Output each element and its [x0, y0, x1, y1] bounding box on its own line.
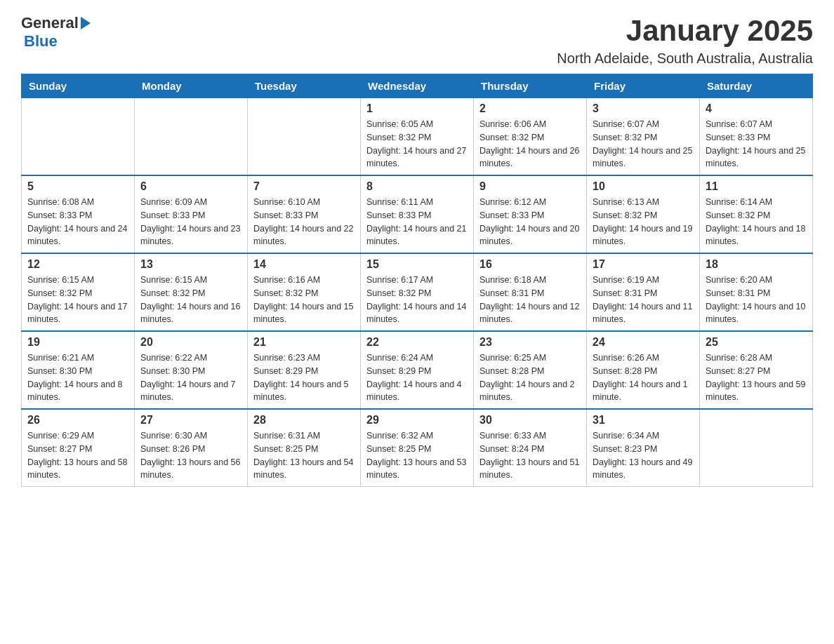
day-number: 18: [706, 258, 807, 271]
logo-triangle-icon: [81, 17, 91, 29]
day-number: 28: [253, 414, 355, 427]
calendar-day-cell: 8Sunrise: 6:11 AMSunset: 8:33 PMDaylight…: [361, 175, 474, 253]
calendar-day-cell: 18Sunrise: 6:20 AMSunset: 8:31 PMDayligh…: [700, 253, 813, 331]
calendar-day-cell: 22Sunrise: 6:24 AMSunset: 8:29 PMDayligh…: [361, 331, 474, 409]
day-number: 29: [366, 414, 468, 427]
day-number: 12: [27, 258, 128, 271]
calendar-week-row: 12Sunrise: 6:15 AMSunset: 8:32 PMDayligh…: [22, 253, 813, 331]
day-number: 16: [479, 258, 581, 271]
calendar-day-cell: 17Sunrise: 6:19 AMSunset: 8:31 PMDayligh…: [587, 253, 700, 331]
calendar-day-cell: 1Sunrise: 6:05 AMSunset: 8:32 PMDaylight…: [361, 98, 474, 176]
calendar-day-cell: [135, 98, 248, 176]
calendar-day-cell: 21Sunrise: 6:23 AMSunset: 8:29 PMDayligh…: [248, 331, 361, 409]
calendar-day-cell: 27Sunrise: 6:30 AMSunset: 8:26 PMDayligh…: [135, 409, 248, 487]
day-info: Sunrise: 6:13 AMSunset: 8:32 PMDaylight:…: [593, 196, 694, 248]
day-info: Sunrise: 6:34 AMSunset: 8:23 PMDaylight:…: [593, 429, 694, 482]
day-number: 7: [253, 180, 355, 193]
day-number: 26: [27, 414, 128, 427]
calendar-day-cell: 14Sunrise: 6:16 AMSunset: 8:32 PMDayligh…: [248, 253, 361, 331]
day-number: 24: [593, 336, 694, 349]
day-number: 11: [706, 180, 807, 193]
header: General Blue January 2025 North Adelaide…: [21, 14, 813, 67]
day-info: Sunrise: 6:15 AMSunset: 8:32 PMDaylight:…: [27, 274, 128, 326]
calendar-title: January 2025: [557, 14, 813, 48]
day-info: Sunrise: 6:33 AMSunset: 8:24 PMDaylight:…: [479, 429, 581, 482]
day-info: Sunrise: 6:16 AMSunset: 8:32 PMDaylight:…: [253, 274, 355, 326]
day-info: Sunrise: 6:05 AMSunset: 8:32 PMDaylight:…: [366, 118, 468, 170]
day-number: 2: [479, 102, 581, 115]
calendar-day-cell: 31Sunrise: 6:34 AMSunset: 8:23 PMDayligh…: [587, 409, 700, 487]
day-number: 9: [479, 180, 581, 193]
calendar-day-cell: 13Sunrise: 6:15 AMSunset: 8:32 PMDayligh…: [135, 253, 248, 331]
calendar-day-cell: 26Sunrise: 6:29 AMSunset: 8:27 PMDayligh…: [22, 409, 135, 487]
calendar-header-cell: Monday: [135, 74, 248, 98]
calendar-header-row: SundayMondayTuesdayWednesdayThursdayFrid…: [22, 74, 813, 98]
day-info: Sunrise: 6:23 AMSunset: 8:29 PMDaylight:…: [253, 351, 355, 404]
calendar-header-cell: Sunday: [22, 74, 135, 98]
day-number: 15: [366, 258, 468, 271]
calendar-table: SundayMondayTuesdayWednesdayThursdayFrid…: [21, 74, 813, 487]
day-number: 13: [140, 258, 241, 271]
calendar-day-cell: [700, 409, 813, 487]
calendar-day-cell: 23Sunrise: 6:25 AMSunset: 8:28 PMDayligh…: [474, 331, 587, 409]
calendar-header-cell: Saturday: [700, 74, 813, 98]
calendar-day-cell: [248, 98, 361, 176]
calendar-day-cell: 5Sunrise: 6:08 AMSunset: 8:33 PMDaylight…: [22, 175, 135, 253]
calendar-week-row: 5Sunrise: 6:08 AMSunset: 8:33 PMDaylight…: [22, 175, 813, 253]
day-info: Sunrise: 6:25 AMSunset: 8:28 PMDaylight:…: [479, 351, 581, 404]
calendar-header-cell: Tuesday: [248, 74, 361, 98]
calendar-day-cell: 6Sunrise: 6:09 AMSunset: 8:33 PMDaylight…: [135, 175, 248, 253]
day-info: Sunrise: 6:11 AMSunset: 8:33 PMDaylight:…: [366, 196, 468, 248]
day-number: 23: [479, 336, 581, 349]
title-area: January 2025 North Adelaide, South Austr…: [557, 14, 813, 67]
calendar-day-cell: 9Sunrise: 6:12 AMSunset: 8:33 PMDaylight…: [474, 175, 587, 253]
day-info: Sunrise: 6:19 AMSunset: 8:31 PMDaylight:…: [593, 274, 694, 326]
calendar-header-cell: Thursday: [474, 74, 587, 98]
calendar-week-row: 19Sunrise: 6:21 AMSunset: 8:30 PMDayligh…: [22, 331, 813, 409]
day-number: 8: [366, 180, 468, 193]
calendar-day-cell: 10Sunrise: 6:13 AMSunset: 8:32 PMDayligh…: [587, 175, 700, 253]
day-info: Sunrise: 6:07 AMSunset: 8:32 PMDaylight:…: [593, 118, 694, 170]
day-info: Sunrise: 6:30 AMSunset: 8:26 PMDaylight:…: [140, 429, 241, 482]
calendar-subtitle: North Adelaide, South Australia, Austral…: [557, 51, 813, 67]
calendar-day-cell: [22, 98, 135, 176]
day-number: 3: [593, 102, 694, 115]
day-info: Sunrise: 6:28 AMSunset: 8:27 PMDaylight:…: [706, 351, 807, 404]
logo: General Blue: [21, 14, 91, 51]
calendar-day-cell: 12Sunrise: 6:15 AMSunset: 8:32 PMDayligh…: [22, 253, 135, 331]
day-info: Sunrise: 6:14 AMSunset: 8:32 PMDaylight:…: [706, 196, 807, 248]
calendar-week-row: 1Sunrise: 6:05 AMSunset: 8:32 PMDaylight…: [22, 98, 813, 176]
logo-general-text: General: [21, 14, 79, 32]
day-info: Sunrise: 6:21 AMSunset: 8:30 PMDaylight:…: [27, 351, 128, 404]
day-number: 1: [366, 102, 468, 115]
day-info: Sunrise: 6:31 AMSunset: 8:25 PMDaylight:…: [253, 429, 355, 482]
day-number: 20: [140, 336, 241, 349]
day-number: 31: [593, 414, 694, 427]
calendar-day-cell: 29Sunrise: 6:32 AMSunset: 8:25 PMDayligh…: [361, 409, 474, 487]
day-info: Sunrise: 6:32 AMSunset: 8:25 PMDaylight:…: [366, 429, 468, 482]
day-number: 4: [706, 102, 807, 115]
day-number: 21: [253, 336, 355, 349]
day-number: 17: [593, 258, 694, 271]
day-number: 5: [27, 180, 128, 193]
calendar-day-cell: 25Sunrise: 6:28 AMSunset: 8:27 PMDayligh…: [700, 331, 813, 409]
day-info: Sunrise: 6:12 AMSunset: 8:33 PMDaylight:…: [479, 196, 581, 248]
calendar-day-cell: 2Sunrise: 6:06 AMSunset: 8:32 PMDaylight…: [474, 98, 587, 176]
day-info: Sunrise: 6:26 AMSunset: 8:28 PMDaylight:…: [593, 351, 694, 404]
calendar-day-cell: 16Sunrise: 6:18 AMSunset: 8:31 PMDayligh…: [474, 253, 587, 331]
calendar-day-cell: 30Sunrise: 6:33 AMSunset: 8:24 PMDayligh…: [474, 409, 587, 487]
day-number: 14: [253, 258, 355, 271]
day-info: Sunrise: 6:09 AMSunset: 8:33 PMDaylight:…: [140, 196, 241, 248]
day-info: Sunrise: 6:10 AMSunset: 8:33 PMDaylight:…: [253, 196, 355, 248]
calendar-day-cell: 7Sunrise: 6:10 AMSunset: 8:33 PMDaylight…: [248, 175, 361, 253]
calendar-day-cell: 4Sunrise: 6:07 AMSunset: 8:33 PMDaylight…: [700, 98, 813, 176]
calendar-day-cell: 24Sunrise: 6:26 AMSunset: 8:28 PMDayligh…: [587, 331, 700, 409]
day-info: Sunrise: 6:06 AMSunset: 8:32 PMDaylight:…: [479, 118, 581, 170]
day-number: 25: [706, 336, 807, 349]
calendar-week-row: 26Sunrise: 6:29 AMSunset: 8:27 PMDayligh…: [22, 409, 813, 487]
calendar-day-cell: 20Sunrise: 6:22 AMSunset: 8:30 PMDayligh…: [135, 331, 248, 409]
day-info: Sunrise: 6:20 AMSunset: 8:31 PMDaylight:…: [706, 274, 807, 326]
day-number: 6: [140, 180, 241, 193]
logo-blue-text: Blue: [24, 32, 58, 51]
day-number: 10: [593, 180, 694, 193]
